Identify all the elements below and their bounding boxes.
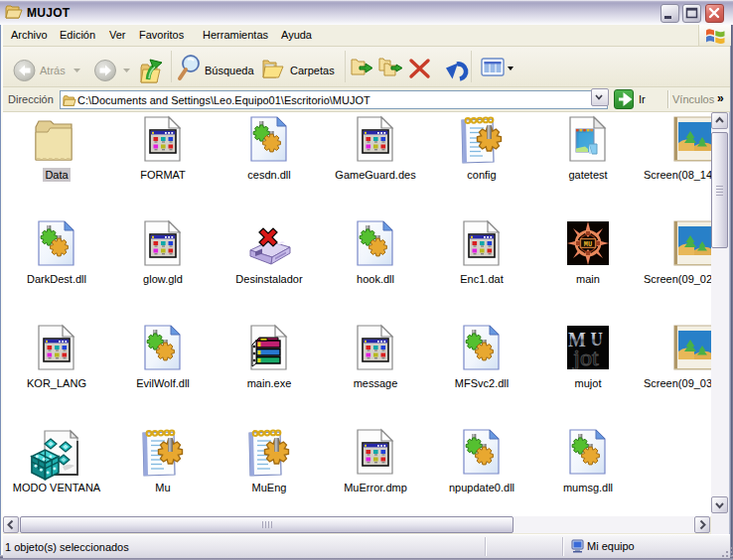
svg-text:Búsqueda: Búsqueda [205, 65, 254, 76]
svg-text:Atrás: Atrás [40, 65, 66, 76]
svg-text:Carpetas: Carpetas [290, 65, 335, 76]
